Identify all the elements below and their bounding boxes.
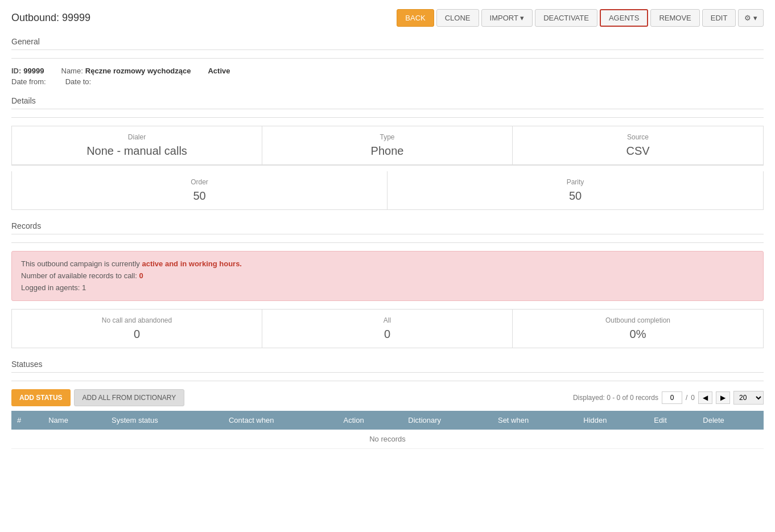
details-section-title: Details <box>11 96 764 109</box>
no-records-text: No records <box>11 430 764 449</box>
clone-button[interactable]: CLONE <box>436 9 479 27</box>
col-edit: Edit <box>648 411 697 430</box>
source-card: Source CSV <box>513 126 763 165</box>
date-to-label: Date to: <box>65 77 92 86</box>
page-total: 0 <box>691 394 695 402</box>
statuses-table: # Name System status Contact when Action… <box>11 411 764 449</box>
gear-icon: ⚙ <box>744 14 751 22</box>
general-info: ID: 99999 Name: Ręczne rozmowy wychodząc… <box>11 67 764 86</box>
name-value: Ręczne rozmowy wychodzące <box>85 67 191 75</box>
statuses-section-title: Statuses <box>11 360 764 373</box>
col-hidden: Hidden <box>578 411 648 430</box>
records-alert: This outbound campaign is currently acti… <box>11 251 764 301</box>
next-page-button[interactable]: ▶ <box>716 391 730 404</box>
no-records-row: No records <box>11 430 764 449</box>
records-section-title: Records <box>11 221 764 234</box>
edit-button[interactable]: EDIT <box>702 9 736 27</box>
statuses-actions: ADD STATUS ADD ALL FROM DICTIONARY <box>11 389 184 406</box>
col-delete: Delete <box>697 411 764 430</box>
col-name: Name <box>43 411 106 430</box>
pagination-info: Displayed: 0 - 0 of 0 records / 0 ◀ ▶ 20… <box>573 391 764 405</box>
page-current-input[interactable] <box>662 391 682 404</box>
per-page-select[interactable]: 20 50 100 <box>733 391 764 405</box>
col-dictionary: Dictionary <box>402 411 492 430</box>
name-label: Name: <box>61 67 83 75</box>
col-set-when: Set when <box>492 411 578 430</box>
dialer-card: Dialer None - manual calls <box>12 126 262 165</box>
completion-card: Outbound completion 0% <box>513 310 763 348</box>
id-label: ID: <box>11 67 21 75</box>
type-card: Type Phone <box>262 126 513 165</box>
statuses-controls: ADD STATUS ADD ALL FROM DICTIONARY Displ… <box>11 389 764 406</box>
add-status-button[interactable]: ADD STATUS <box>11 389 71 406</box>
details-cards-row2: Order 50 Parity 50 <box>11 171 764 210</box>
general-section-title: General <box>11 37 764 50</box>
no-call-card: No call and abandoned 0 <box>12 310 262 348</box>
col-hash: # <box>11 411 43 430</box>
status-badge: Active <box>208 67 230 75</box>
id-value: 99999 <box>23 67 44 75</box>
back-button[interactable]: BACK <box>397 9 434 27</box>
settings-button[interactable]: ⚙ ▾ <box>738 9 764 27</box>
import-button[interactable]: IMPORT ▾ <box>481 9 533 27</box>
records-stats: No call and abandoned 0 All 0 Outbound c… <box>11 309 764 348</box>
agents-button[interactable]: AGENTS <box>600 9 648 27</box>
parity-card: Parity 50 <box>388 171 763 209</box>
col-action: Action <box>338 411 403 430</box>
deactivate-button[interactable]: DEACTIVATE <box>535 9 597 27</box>
details-cards-row1: Dialer None - manual calls Type Phone So… <box>11 126 764 166</box>
displayed-text: Displayed: 0 - 0 of 0 records <box>573 394 658 402</box>
page-title: Outbound: 99999 <box>11 12 90 24</box>
table-header-row: # Name System status Contact when Action… <box>11 411 764 430</box>
prev-page-button[interactable]: ◀ <box>698 391 712 404</box>
date-from-label: Date from: <box>11 77 46 86</box>
all-card: All 0 <box>262 310 513 348</box>
cog-dropdown-icon: ▾ <box>753 14 757 22</box>
import-dropdown-icon: ▾ <box>520 14 524 22</box>
col-contact-when: Contact when <box>223 411 338 430</box>
remove-button[interactable]: REMOVE <box>650 9 699 27</box>
order-card: Order 50 <box>12 171 388 209</box>
add-all-dict-button[interactable]: ADD ALL FROM DICTIONARY <box>74 389 185 406</box>
toolbar: BACK CLONE IMPORT ▾ DEACTIVATE AGENTS RE… <box>397 9 764 27</box>
col-system-status: System status <box>106 411 223 430</box>
